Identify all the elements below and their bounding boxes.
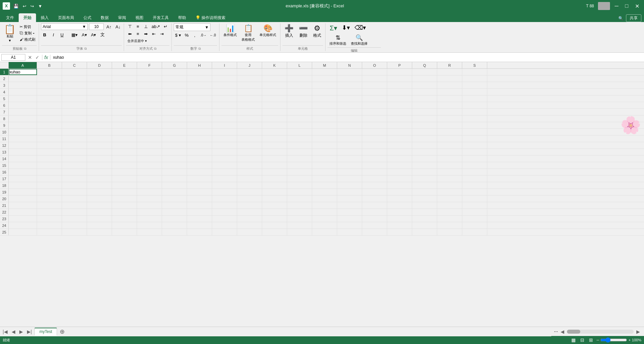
col-header-D[interactable]: D — [87, 62, 112, 68]
cell-F19[interactable] — [137, 189, 162, 195]
number-expand[interactable]: ⧉ — [198, 47, 201, 51]
cell-A24[interactable] — [9, 222, 37, 229]
cell-G21[interactable] — [162, 202, 187, 209]
cell-H18[interactable] — [187, 182, 212, 189]
cell-P3[interactable] — [387, 82, 412, 88]
cell-S7[interactable] — [462, 109, 487, 115]
row-number-10[interactable]: 10 — [0, 129, 9, 135]
cell-P23[interactable] — [387, 216, 412, 222]
cell-I21[interactable] — [212, 202, 237, 209]
row-number-9[interactable]: 9 — [0, 122, 9, 128]
cell-G13[interactable] — [162, 149, 187, 155]
restore-button[interactable]: □ — [623, 2, 630, 10]
cell-R2[interactable] — [437, 75, 462, 82]
cell-R1[interactable] — [437, 69, 462, 75]
cell-Q23[interactable] — [412, 216, 437, 222]
cell-J20[interactable] — [237, 196, 262, 202]
cell-B8[interactable] — [37, 115, 62, 122]
cell-N14[interactable] — [337, 155, 362, 162]
cell-H20[interactable] — [187, 196, 212, 202]
align-left-button[interactable]: ⬅ — [126, 31, 133, 37]
formula-input[interactable] — [52, 55, 643, 60]
cell-O18[interactable] — [362, 182, 387, 189]
cell-J17[interactable] — [237, 176, 262, 182]
cell-C15[interactable] — [62, 162, 87, 168]
cell-S20[interactable] — [462, 196, 487, 202]
cell-L6[interactable] — [287, 102, 312, 108]
cell-H22[interactable] — [187, 209, 212, 215]
cell-F8[interactable] — [137, 115, 162, 122]
sort-filter-button[interactable]: ⇅ 排序和筛选 — [328, 33, 348, 47]
cell-Q22[interactable] — [412, 209, 437, 215]
cell-Q17[interactable] — [412, 176, 437, 182]
cell-E4[interactable] — [112, 89, 137, 95]
cell-R7[interactable] — [437, 109, 462, 115]
cell-O22[interactable] — [362, 209, 387, 215]
font-name-select[interactable]: Arial ▼ — [41, 23, 88, 30]
font-size-select[interactable]: 10 — [89, 23, 104, 30]
cell-Q19[interactable] — [412, 189, 437, 195]
shrink-font-button[interactable]: A↓ — [114, 24, 122, 30]
cell-G17[interactable] — [162, 176, 187, 182]
cell-C11[interactable] — [62, 135, 87, 142]
cell-P21[interactable] — [387, 202, 412, 209]
cell-J4[interactable] — [237, 89, 262, 95]
cell-L19[interactable] — [287, 189, 312, 195]
cell-C12[interactable] — [62, 142, 87, 148]
cell-B3[interactable] — [37, 82, 62, 88]
cell-B25[interactable] — [37, 229, 62, 235]
cell-S25[interactable] — [462, 229, 487, 235]
cell-N6[interactable] — [337, 102, 362, 108]
cell-Q3[interactable] — [412, 82, 437, 88]
cell-N7[interactable] — [337, 109, 362, 115]
cell-K12[interactable] — [262, 142, 287, 148]
cell-E11[interactable] — [112, 135, 137, 142]
cell-R12[interactable] — [437, 142, 462, 148]
minimize-button[interactable]: ─ — [613, 2, 620, 10]
cell-D1[interactable] — [87, 69, 112, 75]
cell-P10[interactable] — [387, 129, 412, 135]
cell-L12[interactable] — [287, 142, 312, 148]
align-bottom-button[interactable]: ⊥ — [142, 23, 149, 30]
cell-O5[interactable] — [362, 95, 387, 102]
cell-H2[interactable] — [187, 75, 212, 82]
cell-J24[interactable] — [237, 222, 262, 229]
cell-M3[interactable] — [312, 82, 337, 88]
col-header-L[interactable]: L — [287, 62, 312, 68]
cell-K20[interactable] — [262, 196, 287, 202]
cell-H19[interactable] — [187, 189, 212, 195]
cell-H23[interactable] — [187, 216, 212, 222]
cell-Q13[interactable] — [412, 149, 437, 155]
cell-N20[interactable] — [337, 196, 362, 202]
cell-Q21[interactable] — [412, 202, 437, 209]
cell-K17[interactable] — [262, 176, 287, 182]
cell-K25[interactable] — [262, 229, 287, 235]
bold-button[interactable]: B — [41, 32, 48, 38]
cell-B18[interactable] — [37, 182, 62, 189]
cell-P5[interactable] — [387, 95, 412, 102]
cell-D8[interactable] — [87, 115, 112, 122]
cell-Q14[interactable] — [412, 155, 437, 162]
cell-S18[interactable] — [462, 182, 487, 189]
h-scrollbar-thumb[interactable] — [567, 330, 580, 334]
cell-E12[interactable] — [112, 142, 137, 148]
copy-button[interactable]: ⿻ 复制 ▾ — [18, 30, 37, 36]
cell-O17[interactable] — [362, 176, 387, 182]
cell-L21[interactable] — [287, 202, 312, 209]
row-number-14[interactable]: 14 — [0, 155, 9, 162]
cell-I20[interactable] — [212, 196, 237, 202]
cell-C3[interactable] — [62, 82, 87, 88]
cell-D19[interactable] — [87, 189, 112, 195]
sheet-nav-next[interactable]: ▶ — [18, 329, 24, 334]
cell-L20[interactable] — [287, 196, 312, 202]
cell-I5[interactable] — [212, 95, 237, 102]
cell-Q1[interactable] — [412, 69, 437, 75]
cell-M19[interactable] — [312, 189, 337, 195]
cell-D21[interactable] — [87, 202, 112, 209]
insert-cell-button[interactable]: ➕ 插入 — [282, 23, 295, 39]
font-color-button[interactable]: A▾ — [90, 32, 98, 38]
cell-G9[interactable] — [162, 122, 187, 128]
cell-H25[interactable] — [187, 229, 212, 235]
col-header-C[interactable]: C — [62, 62, 87, 68]
cell-J2[interactable] — [237, 75, 262, 82]
